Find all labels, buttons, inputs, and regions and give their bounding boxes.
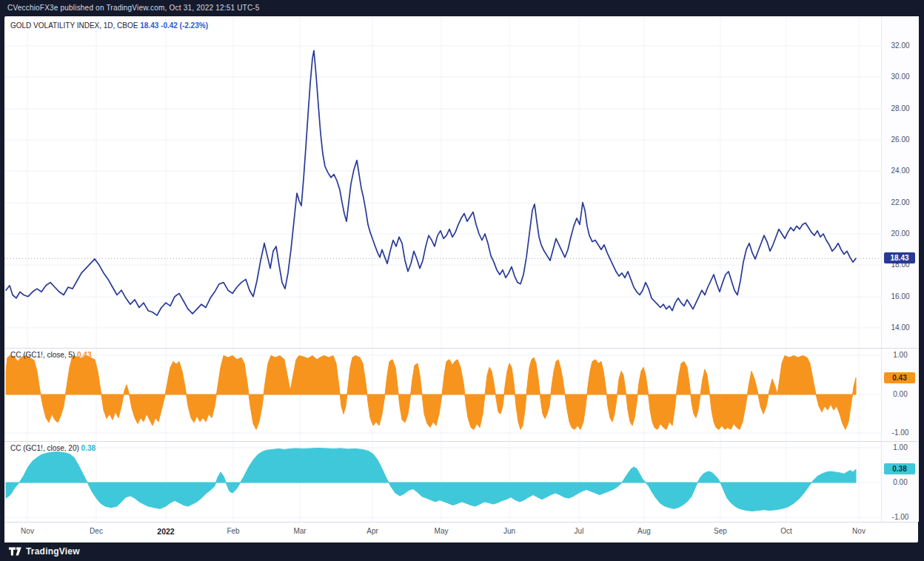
time-axis-label: Sep — [714, 527, 727, 535]
cc20-value-badge: 0.38 — [884, 463, 915, 474]
cc20-axis-tick-label: 1.00 — [882, 443, 919, 451]
price-axis-tick-label: 14.00 — [882, 323, 919, 332]
price-symbol-title: GOLD VOLATILITY INDEX, 1D, CBOE — [10, 21, 138, 30]
last-price-badge: 18.43 — [884, 252, 915, 263]
price-axis-tick-label: 22.00 — [882, 198, 919, 206]
cc20-legend-value: 0.38 — [81, 444, 96, 452]
time-axis-label: Jul — [575, 527, 584, 535]
time-axis-label: Aug — [637, 527, 651, 535]
time-axis-label: Feb — [227, 527, 239, 535]
price-axis-tick-label: 26.00 — [882, 135, 919, 144]
cc20-axis-tick-label: 0.00 — [882, 478, 919, 486]
pane-separator-1[interactable] — [4, 348, 918, 349]
time-axis-label: Nov — [852, 527, 866, 535]
time-axis-label: Jun — [503, 527, 515, 535]
cc5-pane-legend: CC (GC1!, close, 5) 0.43 — [10, 351, 92, 359]
time-axis-label: Nov — [21, 527, 34, 535]
price-axis-tick-label: 20.00 — [882, 229, 919, 238]
tradingview-logo-icon — [9, 546, 21, 557]
tradingview-branding[interactable]: TradingView — [9, 544, 80, 559]
price-line-series — [6, 50, 856, 315]
cc5-value-badge: 0.43 — [884, 372, 915, 383]
time-axis-separator — [4, 522, 918, 523]
cc5-axis-tick-label: 1.00 — [882, 351, 919, 359]
price-scale[interactable]: 18.43 0.43 0.38 32.0030.0028.0026.0024.0… — [881, 16, 919, 522]
cc20-indicator-title: CC (GC1!, close, 20) — [10, 444, 79, 452]
tradingview-brand-text: TradingView — [26, 546, 80, 557]
cc5-area-series — [6, 356, 856, 430]
chart-plot-area[interactable] — [4, 16, 881, 522]
cc20-axis-tick-label: -1.00 — [882, 513, 919, 521]
time-axis-label: 2022 — [157, 527, 174, 536]
price-axis-tick-label: 32.00 — [882, 41, 919, 50]
time-axis-label: May — [435, 527, 449, 535]
time-axis-label: Oct — [780, 527, 792, 535]
cc5-legend-value: 0.43 — [77, 351, 91, 359]
cc5-indicator-title: CC (GC1!, close, 5) — [10, 351, 75, 359]
cc5-axis-tick-label: -1.00 — [882, 429, 919, 437]
cc20-area-series — [6, 449, 856, 511]
price-legend-values: 18.43 -0.42 (-2.23%) — [140, 21, 208, 30]
price-axis-tick-label: 24.00 — [882, 167, 919, 175]
price-pane-legend: GOLD VOLATILITY INDEX, 1D, CBOE 18.43 -0… — [10, 21, 208, 30]
time-axis-label: Mar — [293, 527, 306, 535]
pane-separator-2[interactable] — [4, 441, 918, 442]
time-axis-label: Dec — [90, 527, 103, 535]
price-axis-tick-label: 16.00 — [882, 292, 919, 300]
attribution-text: CVecchioFX3e published on TradingView.co… — [7, 4, 260, 12]
price-axis-tick-label: 30.00 — [882, 73, 919, 81]
time-scale[interactable]: NovDec2022FebMarAprMayJunJulAugSepOctNov — [4, 522, 881, 542]
attribution-bar: CVecchioFX3e published on TradingView.co… — [0, 0, 924, 16]
cc20-pane-legend: CC (GC1!, close, 20) 0.38 — [10, 444, 96, 452]
chart-card: GOLD VOLATILITY INDEX, 1D, CBOE 18.43 -0… — [4, 16, 918, 542]
snapshot-frame: CVecchioFX3e published on TradingView.co… — [0, 0, 924, 561]
cc5-axis-tick-label: 0.00 — [882, 390, 919, 398]
time-axis-label: Apr — [366, 527, 378, 535]
price-axis-tick-label: 28.00 — [882, 104, 919, 112]
